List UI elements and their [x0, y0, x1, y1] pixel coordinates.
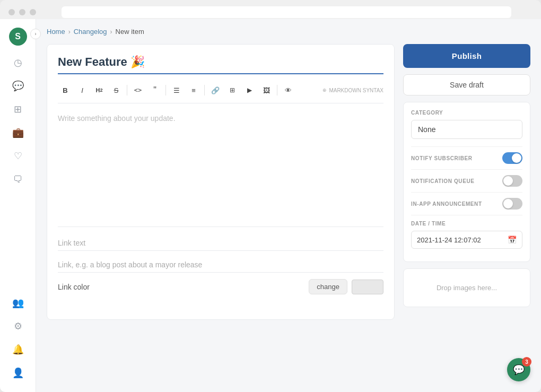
category-row: CATEGORY None Feature Bug Fix Improvemen… — [411, 110, 522, 139]
link-color-row: Link color change — [58, 279, 383, 294]
browser-address-bar[interactable] — [62, 6, 511, 18]
toolbar-list-unordered-button[interactable]: ☰ — [169, 83, 184, 98]
drop-images-area[interactable]: Drop images here... — [403, 268, 530, 307]
datetime-input[interactable] — [417, 236, 508, 244]
chat-icon[interactable]: 💬 — [8, 76, 28, 95]
category-select[interactable]: None Feature Bug Fix Improvement Announc… — [411, 120, 522, 139]
toolbar-strikethrough-button[interactable]: S — [109, 83, 124, 98]
comment-icon[interactable]: 🗨 — [8, 170, 28, 189]
editor-toolbar: B I H2 S <> " ☰ ≡ 🔗 ⊞ ▶ 🖼 👁 — [58, 83, 383, 103]
chat-bubble-button[interactable]: 💬 3 — [507, 358, 530, 381]
settings-icon[interactable]: ⚙ — [8, 317, 28, 336]
notify-subscriber-row: NOTIFY SUBSCRIBER — [411, 146, 522, 169]
sidebar: S › ◷ 💬 ⊞ 💼 ♡ 🗨 👥 ⚙ 🔔 👤 — [0, 19, 36, 392]
category-label: CATEGORY — [411, 110, 522, 116]
calendar-icon[interactable]: 📅 — [508, 236, 517, 244]
toolbar-list-ordered-button[interactable]: ≡ — [186, 83, 201, 98]
link-color-change-button[interactable]: change — [309, 279, 347, 294]
datetime-label: DATE / TIME — [411, 221, 522, 227]
toolbar-bold-button[interactable]: B — [58, 83, 73, 98]
publish-button[interactable]: Publish — [403, 44, 530, 68]
in-app-announcement-label: IN-APP ANNOUNCEMENT — [411, 201, 482, 207]
toolbar-h2-button[interactable]: H2 — [92, 83, 107, 98]
team-icon[interactable]: 👥 — [8, 293, 28, 312]
right-panel: Publish Save draft CATEGORY None Feature… — [403, 44, 530, 320]
link-color-label: Link color — [58, 283, 90, 291]
notify-subscriber-label: NOTIFY SUBSCRIBER — [411, 155, 473, 161]
datetime-input-wrap: 📅 — [411, 231, 522, 249]
toolbar-quote-button[interactable]: " — [147, 83, 162, 98]
breadcrumb-current: New item — [116, 28, 144, 36]
settings-card: CATEGORY None Feature Bug Fix Improvemen… — [403, 102, 530, 262]
link-section: Link color change — [58, 227, 383, 294]
toolbar-separator-4 — [277, 85, 277, 95]
toolbar-separator-1 — [127, 85, 127, 95]
toolbar-code-button[interactable]: <> — [130, 83, 145, 98]
breadcrumb-sep-2: › — [110, 28, 112, 36]
markdown-hint: ⊕ MARKDOWN SYNTAX — [322, 88, 383, 93]
content-area: B I H2 S <> " ☰ ≡ 🔗 ⊞ ▶ 🖼 👁 — [47, 44, 530, 320]
browser-dot-yellow — [19, 9, 25, 15]
sidebar-collapse-button[interactable]: › — [30, 29, 41, 39]
datetime-row: DATE / TIME 📅 — [411, 215, 522, 254]
history-icon[interactable]: ◷ — [8, 53, 28, 72]
main-content: Home › Changelog › New item B I H2 S <> … — [36, 19, 541, 392]
toolbar-media-button[interactable]: ▶ — [242, 83, 257, 98]
toolbar-link-button[interactable]: 🔗 — [208, 83, 223, 98]
breadcrumb-home[interactable]: Home — [47, 28, 65, 36]
browser-chrome — [0, 0, 541, 19]
map-icon[interactable]: ⊞ — [8, 100, 28, 119]
in-app-announcement-toggle[interactable] — [502, 198, 522, 210]
link-color-swatch[interactable] — [352, 280, 383, 294]
notification-queue-toggle[interactable] — [502, 175, 522, 187]
breadcrumb-sep-1: › — [68, 28, 71, 36]
notify-subscriber-toggle[interactable] — [502, 152, 522, 164]
notification-queue-label: NOTIFICATION QUEUE — [411, 178, 475, 184]
toolbar-separator-2 — [165, 85, 166, 95]
app-container: S › ◷ 💬 ⊞ 💼 ♡ 🗨 👥 ⚙ 🔔 👤 Home › Changelog… — [0, 19, 541, 392]
link-url-input[interactable] — [58, 257, 383, 273]
bell-icon[interactable]: 🔔 — [8, 340, 28, 359]
in-app-announcement-row: IN-APP ANNOUNCEMENT — [411, 192, 522, 215]
toolbar-table-button[interactable]: ⊞ — [225, 83, 240, 98]
editor-body[interactable]: Write something about your update. — [58, 110, 383, 216]
toolbar-preview-button[interactable]: 👁 — [281, 83, 295, 98]
editor-title-input[interactable] — [58, 55, 383, 74]
toolbar-separator-3 — [204, 85, 205, 95]
markdown-hint-text: MARKDOWN SYNTAX — [329, 88, 383, 93]
user-icon[interactable]: 👤 — [8, 363, 28, 382]
avatar[interactable]: S — [9, 28, 27, 46]
breadcrumb: Home › Changelog › New item — [47, 28, 530, 36]
heart-icon[interactable]: ♡ — [8, 146, 28, 165]
toolbar-image-button[interactable]: 🖼 — [259, 83, 274, 98]
briefcase-icon[interactable]: 💼 — [8, 123, 28, 142]
link-text-input[interactable] — [58, 236, 383, 251]
chat-badge: 3 — [522, 357, 531, 367]
breadcrumb-changelog[interactable]: Changelog — [74, 28, 107, 36]
browser-dot-green — [30, 9, 36, 15]
notification-queue-row: NOTIFICATION QUEUE — [411, 169, 522, 192]
editor-panel: B I H2 S <> " ☰ ≡ 🔗 ⊞ ▶ 🖼 👁 — [47, 44, 395, 320]
toolbar-italic-button[interactable]: I — [75, 83, 90, 98]
save-draft-button[interactable]: Save draft — [403, 74, 530, 95]
browser-dot-red — [8, 9, 15, 15]
